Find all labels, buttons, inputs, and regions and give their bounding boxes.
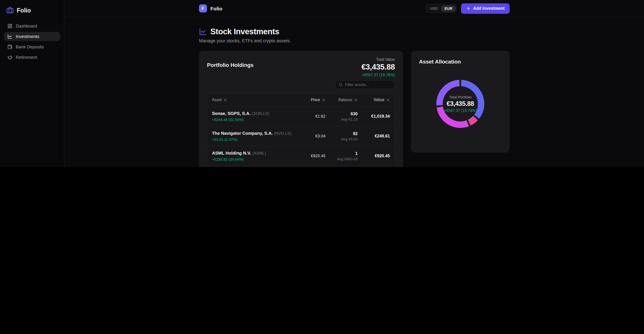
asset-value: €920.45 (358, 153, 390, 158)
briefcase-icon (6, 7, 14, 14)
allocation-donut-chart: Total Portfolio €3,435.88 +€567.37 (19.7… (434, 77, 487, 131)
add-investment-label: Add Investment (473, 6, 504, 11)
column-header-asset[interactable]: Asset (212, 98, 296, 102)
portfolio-holdings-card: Portfolio Holdings Total Value €3,435.88… (199, 51, 403, 167)
asset-name: Sonae, SGPS, S.A. (212, 111, 250, 116)
asset-avg-cost: Avg €1.23 (326, 117, 358, 121)
sidebar-item-label: Retirement (16, 55, 37, 60)
main-area: F Folio USD EUR Add Investment (64, 0, 644, 167)
sidebar-item-label: Dashboard (16, 24, 37, 29)
currency-option-eur[interactable]: EUR (441, 5, 456, 12)
total-value: €3,435.88 (362, 63, 395, 72)
donut-center-value: €3,435.88 (446, 100, 474, 107)
holdings-table-row[interactable]: The Navigator Company, S.A. (NVG.LS) +€3… (207, 126, 394, 146)
sidebar-brand-name: Folio (17, 7, 31, 14)
page-content: Stock Investments Manage your stocks, ET… (199, 17, 510, 167)
asset-avg-cost: Avg €683.63 (326, 157, 358, 161)
wallet-icon (8, 44, 12, 49)
holdings-table-row[interactable]: iShares Core S&P 500 UCITS ETF USD (Acc)… (207, 166, 394, 167)
dashboard-icon (8, 24, 12, 29)
search-icon (338, 83, 342, 87)
topbar-brand-name: Folio (210, 6, 222, 11)
plus-icon (466, 6, 471, 11)
app-window: Folio Dashboard Investments Bank Deposit… (0, 0, 644, 167)
donut-center-change: +€567.37 (19.78%) (444, 108, 477, 113)
sidebar: Folio Dashboard Investments Bank Deposit… (0, 0, 64, 167)
donut-center-label: Total Portfolio (449, 95, 472, 99)
add-investment-button[interactable]: Add Investment (461, 3, 510, 14)
asset-price: €1.62 (296, 114, 326, 119)
asset-ticker: (SON.LS) (252, 111, 269, 116)
sidebar-nav: Dashboard Investments Bank Deposits Reti… (0, 19, 64, 65)
asset-ticker: (NVG.LS) (274, 131, 292, 136)
chart-line-icon (199, 28, 207, 36)
currency-toggle: USD EUR (426, 4, 457, 13)
asset-allocation-card: Asset Allocation Total Portfolio €3,435.… (411, 51, 510, 152)
assets-filter-input[interactable] (345, 83, 392, 87)
page-title: Stock Investments (210, 27, 279, 36)
column-header-value[interactable]: Value (358, 97, 390, 102)
asset-change: +€244.44 (31.54%) (212, 118, 296, 122)
piggy-bank-icon (8, 55, 12, 60)
asset-change: +€3.61 (1.47%) (212, 137, 296, 141)
topbar: F Folio USD EUR Add Investment (64, 0, 644, 17)
assets-filter (335, 80, 395, 89)
sidebar-item-retirement[interactable]: Retirement (4, 53, 60, 62)
asset-allocation-title: Asset Allocation (419, 59, 502, 65)
chart-line-icon (8, 34, 12, 39)
brand-logo-badge: F (199, 4, 207, 13)
asset-quantity: 1 (326, 151, 358, 156)
asset-value: €1,019.34 (358, 114, 390, 119)
sidebar-item-dashboard[interactable]: Dashboard (4, 22, 60, 31)
sort-icon (354, 98, 358, 102)
holdings-table-row[interactable]: Sonae, SGPS, S.A. (SON.LS) +€244.44 (31.… (207, 106, 394, 126)
sidebar-item-investments[interactable]: Investments (4, 32, 60, 41)
total-value-label: Total Value (362, 57, 395, 62)
topbar-brand: F Folio (199, 4, 222, 13)
column-header-balance[interactable]: Balance (326, 98, 358, 102)
asset-price: €920.45 (296, 153, 326, 158)
sort-icon (224, 98, 227, 102)
sort-icon (322, 98, 326, 102)
holdings-rows: Sonae, SGPS, S.A. (SON.LS) +€244.44 (31.… (207, 106, 394, 167)
asset-quantity: 630 (326, 111, 358, 116)
asset-name: ASML Holding N.V. (212, 150, 251, 155)
asset-value: €249.61 (358, 134, 390, 138)
sort-icon (386, 98, 390, 102)
column-header-price[interactable]: Price (296, 97, 326, 102)
total-value-change: +€567.37 (19.78%) (362, 73, 395, 77)
asset-price: €3.04 (296, 134, 326, 138)
page-subtitle: Manage your stocks, ETFs and crypto asse… (199, 38, 510, 43)
asset-quantity: 82 (326, 131, 358, 136)
holdings-table-row[interactable]: ASML Holding N.V. (ASML) +€236.82 (34.64… (207, 146, 394, 166)
asset-change: +€236.82 (34.64%) (212, 157, 296, 161)
asset-avg-cost: Avg €3.00 (326, 137, 358, 141)
sidebar-item-label: Bank Deposits (16, 44, 44, 49)
currency-option-usd[interactable]: USD (427, 5, 441, 12)
asset-ticker: (ASML) (252, 151, 266, 155)
portfolio-holdings-title: Portfolio Holdings (207, 62, 254, 68)
sidebar-logo: Folio (0, 0, 64, 19)
sidebar-item-bank-deposits[interactable]: Bank Deposits (4, 42, 60, 51)
holdings-table: Asset Price Balance (207, 94, 395, 167)
asset-name: The Navigator Company, S.A. (212, 131, 273, 136)
sidebar-item-label: Investments (16, 34, 39, 39)
